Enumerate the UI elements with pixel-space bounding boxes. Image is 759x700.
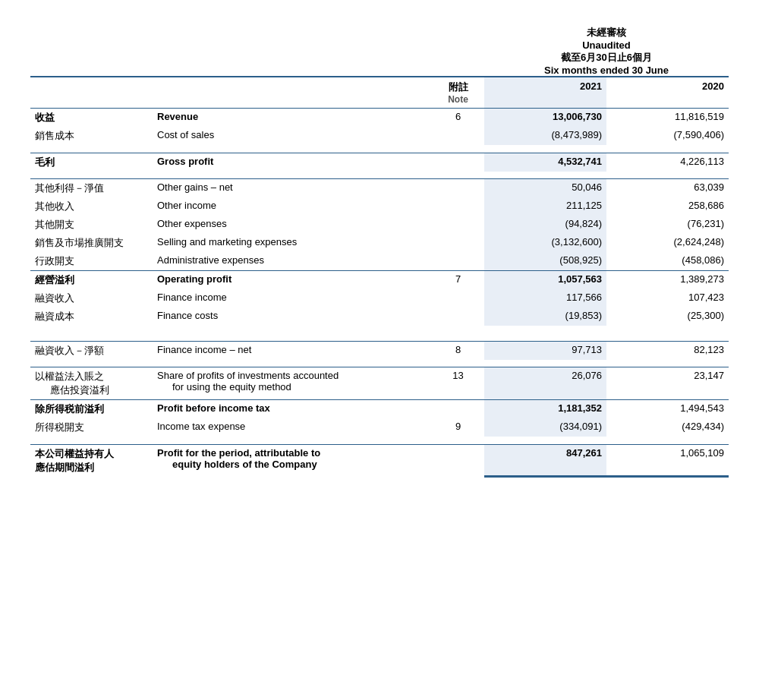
val2020-other-income: 258,686 <box>606 197 729 216</box>
note-selling-marketing <box>432 234 484 252</box>
val2021-gross-profit: 4,532,741 <box>484 153 606 172</box>
note-operating-profit: 7 <box>432 271 484 290</box>
chinese-label-revenue: 收益 <box>30 109 153 128</box>
chinese-label-finance-income-net: 融資收入－淨額 <box>30 341 153 360</box>
english-label-share-of-profits: Share of profits of investments accounte… <box>153 367 432 400</box>
chinese-label-profit-before-tax: 除所得税前溢利 <box>30 400 153 419</box>
val2020-operating-profit: 1,389,273 <box>606 271 729 290</box>
english-label-revenue: Revenue <box>153 109 432 128</box>
val2020-admin-expenses: (458,086) <box>606 252 729 271</box>
chinese-label-selling-marketing: 銷售及市場推廣開支 <box>30 234 153 252</box>
table-row: 融資收入Finance income117,566107,423 <box>30 289 729 307</box>
val2020-selling-marketing: (2,624,248) <box>606 234 729 252</box>
val2021-other-income: 211,125 <box>484 197 606 216</box>
table-row: 融資收入－淨額Finance income – net897,71382,123 <box>30 341 729 360</box>
val2021-share-of-profits: 26,076 <box>484 367 606 400</box>
chinese-line2-share-of-profits: 應估投資溢利 <box>35 383 148 397</box>
note-other-gains-net <box>432 179 484 198</box>
val2020-gross-profit: 4,226,113 <box>606 153 729 172</box>
chinese-label-profit-for-period: 本公司權益持有人應估期間溢利 <box>30 444 153 477</box>
val2021-profit-for-period: 847,261 <box>484 444 606 477</box>
english-label-other-gains-net: Other gains – net <box>153 179 432 198</box>
financial-statement: 未經審核 Unaudited 截至6月30日止6個月 Six months en… <box>30 23 729 478</box>
chinese-line1-share-of-profits: 以權益法入賬之 <box>35 370 148 383</box>
unaudited-en: Unaudited <box>489 39 724 51</box>
table-row: 收益Revenue613,006,73011,816,519 <box>30 109 729 128</box>
val2020-other-gains-net: 63,039 <box>606 179 729 198</box>
col-header-note <box>432 23 484 77</box>
val2020-income-tax: (429,434) <box>606 418 729 437</box>
period-zh: 截至6月30日止6個月 <box>489 51 724 65</box>
val2021-finance-income: 117,566 <box>484 289 606 307</box>
chinese-label-other-income: 其他收入 <box>30 197 153 216</box>
table-row: 本公司權益持有人應估期間溢利Profit for the period, att… <box>30 444 729 477</box>
val2020-profit-for-period: 1,065,109 <box>606 444 729 477</box>
english-label-admin-expenses: Administrative expenses <box>153 252 432 271</box>
val2021-cost-of-sales: (8,473,989) <box>484 127 606 145</box>
val2021-other-expenses: (94,824) <box>484 216 606 234</box>
chinese-line2-profit-for-period: 應估期間溢利 <box>35 461 148 475</box>
table-row: 銷售成本Cost of sales(8,473,989)(7,590,406) <box>30 127 729 145</box>
val2021-other-gains-net: 50,046 <box>484 179 606 198</box>
english-label-gross-profit: Gross profit <box>153 153 432 172</box>
val2021-operating-profit: 1,057,563 <box>484 271 606 290</box>
note-cost-of-sales <box>432 127 484 145</box>
year-2021-header: 2021 <box>484 77 606 109</box>
val2021-profit-before-tax: 1,181,352 <box>484 400 606 419</box>
val2020-revenue: 11,816,519 <box>606 109 729 128</box>
english-label-finance-income-net: Finance income – net <box>153 341 432 360</box>
table-row: 除所得税前溢利Profit before income tax1,181,352… <box>30 400 729 419</box>
val2021-finance-costs: (19,853) <box>484 307 606 326</box>
english-line1-profit-for-period: Profit for the period, attributable to <box>157 447 427 459</box>
chinese-label-finance-income: 融資收入 <box>30 289 153 307</box>
val2021-selling-marketing: (3,132,600) <box>484 234 606 252</box>
chinese-label-income-tax: 所得税開支 <box>30 418 153 437</box>
val2020-finance-income-net: 82,123 <box>606 341 729 360</box>
table-row: 毛利Gross profit4,532,7414,226,113 <box>30 153 729 172</box>
english-label-income-tax: Income tax expense <box>153 418 432 437</box>
val2020-finance-income: 107,423 <box>606 289 729 307</box>
note-gross-profit <box>432 153 484 172</box>
english-label-cost-of-sales: Cost of sales <box>153 127 432 145</box>
chinese-label-gross-profit: 毛利 <box>30 153 153 172</box>
english-label-profit-for-period: Profit for the period, attributable toeq… <box>153 444 432 477</box>
chinese-line1-profit-for-period: 本公司權益持有人 <box>35 447 148 461</box>
val2021-finance-income-net: 97,713 <box>484 341 606 360</box>
english-label-other-income: Other income <box>153 197 432 216</box>
english-label-operating-profit: Operating profit <box>153 271 432 290</box>
english-line1-share-of-profits: Share of profits of investments accounte… <box>157 370 427 381</box>
chinese-label-cost-of-sales: 銷售成本 <box>30 127 153 145</box>
period-en: Six months ended 30 June <box>489 65 724 76</box>
table-row: 融資成本Finance costs(19,853)(25,300) <box>30 307 729 326</box>
chinese-label-other-expenses: 其他開支 <box>30 216 153 234</box>
unaudited-zh: 未經審核 <box>489 26 724 39</box>
note-other-income <box>432 197 484 216</box>
val2020-profit-before-tax: 1,494,543 <box>606 400 729 419</box>
note-revenue: 6 <box>432 109 484 128</box>
note-share-of-profits: 13 <box>432 367 484 400</box>
note-finance-income-net: 8 <box>432 341 484 360</box>
english-label-other-expenses: Other expenses <box>153 216 432 234</box>
col-header-english <box>153 23 432 77</box>
unaudited-header: 未經審核 Unaudited 截至6月30日止6個月 Six months en… <box>484 23 729 77</box>
english-label-selling-marketing: Selling and marketing expenses <box>153 234 432 252</box>
val2021-admin-expenses: (508,925) <box>484 252 606 271</box>
note-finance-income <box>432 289 484 307</box>
english-label-profit-before-tax: Profit before income tax <box>153 400 432 419</box>
english-label-finance-costs: Finance costs <box>153 307 432 326</box>
table-row: 經營溢利Operating profit71,057,5631,389,273 <box>30 271 729 290</box>
table-row: 所得税開支Income tax expense9(334,091)(429,43… <box>30 418 729 437</box>
note-other-expenses <box>432 216 484 234</box>
chinese-label-other-gains-net: 其他利得－淨值 <box>30 179 153 198</box>
val2021-income-tax: (334,091) <box>484 418 606 437</box>
note-finance-costs <box>432 307 484 326</box>
chinese-label-admin-expenses: 行政開支 <box>30 252 153 271</box>
chinese-label-operating-profit: 經營溢利 <box>30 271 153 290</box>
note-income-tax: 9 <box>432 418 484 437</box>
note-admin-expenses <box>432 252 484 271</box>
chinese-label-share-of-profits: 以權益法入賬之應估投資溢利 <box>30 367 153 400</box>
val2020-finance-costs: (25,300) <box>606 307 729 326</box>
val2021-revenue: 13,006,730 <box>484 109 606 128</box>
year-2020-header: 2020 <box>606 77 729 109</box>
english-line2-share-of-profits: for using the equity method <box>157 381 427 393</box>
